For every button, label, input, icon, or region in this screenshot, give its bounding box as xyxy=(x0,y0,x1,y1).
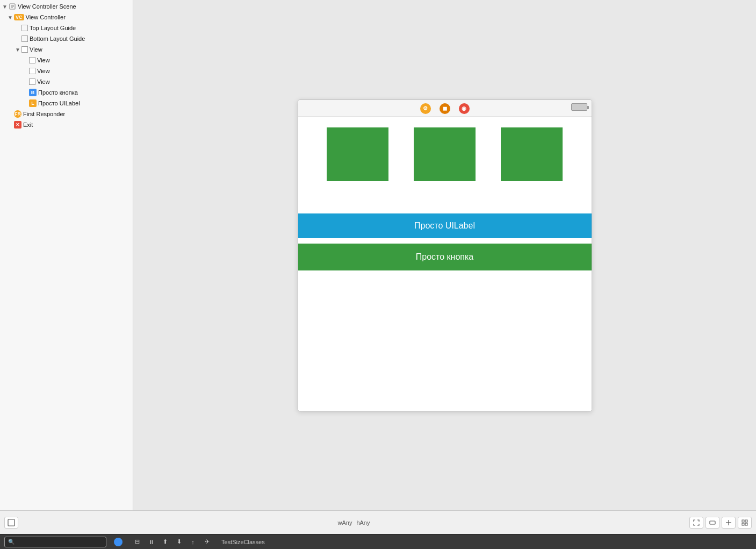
toggle-button xyxy=(23,90,29,96)
status-filename: TestSizeClasses xyxy=(221,539,265,545)
svg-rect-4 xyxy=(8,519,15,526)
vc-label: View Controller xyxy=(26,14,66,20)
grid-btn[interactable] xyxy=(738,517,752,529)
view-3-icon xyxy=(29,79,35,85)
canvas-area: → ⚙ ◼ ◉ Пр xyxy=(133,0,756,510)
sidebar-item-top-layout[interactable]: Top Layout Guide xyxy=(0,23,133,33)
toggle-bottom-layout xyxy=(15,36,21,42)
scene-icon xyxy=(9,3,16,10)
sidebar-item-bottom-layout[interactable]: Bottom Layout Guide xyxy=(0,33,133,44)
green-square-3 xyxy=(501,127,563,181)
sidebar-item-view-2[interactable]: View xyxy=(0,66,133,76)
green-square-2 xyxy=(414,127,476,181)
white-separator xyxy=(298,238,592,244)
fr-icon: FR xyxy=(14,110,21,118)
vc-icon: VC xyxy=(14,14,24,20)
sidebar-item-button[interactable]: B Просто кнопка xyxy=(0,87,133,98)
button-bar[interactable]: Просто кнопка xyxy=(298,244,592,270)
sidebar-item-first-responder[interactable]: FR First Responder xyxy=(0,109,133,119)
toolbar-orange-icon[interactable]: ◼ xyxy=(440,103,450,114)
bottom-right-controls xyxy=(689,517,752,529)
status-btn-6[interactable]: ✈ xyxy=(201,537,213,547)
bottom-layout-icon xyxy=(21,35,28,42)
squares-row xyxy=(298,117,592,192)
view-root-label: View xyxy=(30,46,42,53)
sidebar-item-vc[interactable]: ▼ VC View Controller xyxy=(0,12,133,23)
view-2-icon xyxy=(29,68,35,74)
toggle-view-3 xyxy=(23,79,29,85)
bottom-toolbar: wAny hAny xyxy=(0,510,756,534)
exit-icon: ✕ xyxy=(14,121,21,129)
button-label: Просто кнопка xyxy=(38,89,78,96)
uilabel-text: Просто UILabel xyxy=(414,221,475,230)
status-action-btns: ⊟ ⏸ ⬆ ⬇ ↑ ✈ xyxy=(131,537,213,547)
storyboard-view-btn[interactable] xyxy=(4,517,18,529)
status-btn-3[interactable]: ⬆ xyxy=(159,537,171,547)
mockup-toolbar: ⚙ ◼ ◉ xyxy=(298,100,592,117)
button-bar-text: Просто кнопка xyxy=(416,252,473,261)
view-root-icon xyxy=(21,46,28,53)
size-h-label: hAny xyxy=(356,519,370,526)
sidebar-item-view-1[interactable]: View xyxy=(0,55,133,66)
search-input[interactable] xyxy=(17,539,103,545)
fit-screen-btn[interactable] xyxy=(689,517,703,529)
top-layout-icon xyxy=(21,25,28,31)
svg-rect-9 xyxy=(745,520,747,522)
toolbar-red-icon[interactable]: ◉ xyxy=(459,103,470,114)
bottom-left-controls xyxy=(4,517,18,529)
bottom-layout-label: Bottom Layout Guide xyxy=(30,35,85,42)
size-w-label: wAny xyxy=(338,519,352,526)
bottom-section: wAny hAny 🔍 ⊟ ⏸ ⬆ xyxy=(0,510,756,549)
toggle-vc[interactable]: ▼ xyxy=(8,15,14,20)
sidebar-item-view-3[interactable]: View xyxy=(0,76,133,87)
status-btn-5[interactable]: ↑ xyxy=(187,537,199,547)
svg-rect-5 xyxy=(710,521,715,524)
toggle-top-layout xyxy=(15,25,21,31)
screen-content: Просто UILabel Просто кнопка xyxy=(298,117,592,411)
fr-label: First Responder xyxy=(23,111,65,117)
view-1-icon xyxy=(29,57,35,63)
status-dot-blue xyxy=(114,538,123,546)
search-icon: 🔍 xyxy=(8,539,15,545)
exit-label: Exit xyxy=(23,122,33,128)
sidebar: ▼ View Controller Scene ▼ VC View Contro… xyxy=(0,0,133,510)
status-btn-1[interactable]: ⊟ xyxy=(131,537,143,547)
status-btn-2[interactable]: ⏸ xyxy=(145,537,157,547)
main-area: ▼ View Controller Scene ▼ VC View Contro… xyxy=(0,0,756,510)
zoom-fit-btn[interactable] xyxy=(705,517,719,529)
uilabel-bar: Просто UILabel xyxy=(298,213,592,238)
toggle-fr xyxy=(8,111,14,117)
svg-rect-10 xyxy=(742,523,744,525)
view-3-label: View xyxy=(37,79,50,85)
toggle-view-root[interactable]: ▼ xyxy=(15,47,21,53)
search-box[interactable]: 🔍 xyxy=(4,537,106,547)
button-icon: B xyxy=(29,89,37,96)
sidebar-item-view-root[interactable]: ▼ View xyxy=(0,44,133,55)
toggle-view-2 xyxy=(23,68,29,74)
bottom-space xyxy=(298,270,592,411)
sidebar-item-label[interactable]: L Просто UILabel xyxy=(0,98,133,109)
green-square-1 xyxy=(327,127,388,181)
status-bar: 🔍 ⊟ ⏸ ⬆ ⬇ ↑ ✈ TestSizeClasses xyxy=(0,534,756,549)
top-spacer xyxy=(298,192,592,213)
toolbar-yellow-icon[interactable]: ⚙ xyxy=(420,103,431,114)
toggle-label xyxy=(23,101,29,106)
svg-rect-8 xyxy=(742,520,744,522)
sidebar-item-exit[interactable]: ✕ Exit xyxy=(0,119,133,130)
vc-scene-label: View Controller Scene xyxy=(18,3,76,10)
view-1-label: View xyxy=(37,57,50,63)
toggle-vc-scene[interactable]: ▼ xyxy=(2,4,9,10)
iphone-mockup: ⚙ ◼ ◉ Просто UILabel xyxy=(298,99,592,411)
battery-icon xyxy=(571,103,587,111)
toggle-view-1 xyxy=(23,58,29,63)
toggle-exit xyxy=(8,122,14,128)
svg-rect-11 xyxy=(745,523,747,525)
label-label: Просто UILabel xyxy=(38,100,80,106)
status-btn-4[interactable]: ⬇ xyxy=(173,537,185,547)
zoom-in-btn[interactable] xyxy=(722,517,736,529)
label-icon: L xyxy=(29,99,37,107)
view-2-label: View xyxy=(37,68,50,74)
sidebar-item-vc-scene[interactable]: ▼ View Controller Scene xyxy=(0,1,133,12)
bottom-center-controls: wAny hAny xyxy=(338,519,370,526)
top-layout-label: Top Layout Guide xyxy=(30,25,76,31)
